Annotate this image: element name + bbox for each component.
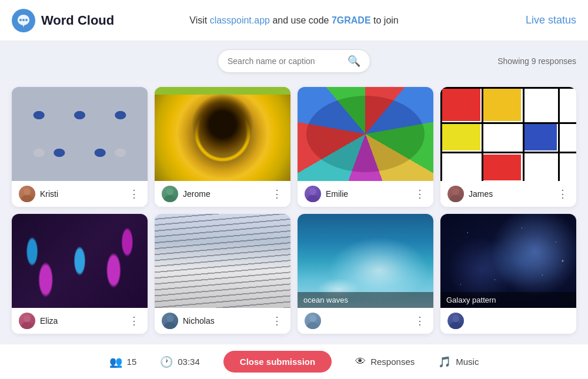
music-icon: 🎵	[438, 355, 451, 368]
music-label: Music	[456, 357, 479, 367]
image-kristi	[12, 87, 148, 181]
card-image-wrapper-eliza	[12, 214, 148, 308]
card-user-kristi: Kristi	[19, 186, 58, 202]
svg-point-7	[164, 195, 176, 202]
card-kristi: Kristi ⋮	[12, 87, 148, 207]
card-galaxy: Galaxy pattern	[440, 214, 576, 334]
svg-point-6	[166, 188, 173, 195]
username-kristi: Kristi	[40, 189, 58, 199]
bottom-toolbar: 👥 15 🕐 03:34 Close submission 👁 Response…	[0, 344, 588, 379]
username-jerome: Jerome	[183, 189, 211, 199]
search-container: 🔍	[218, 49, 370, 73]
live-status-button[interactable]: Live status	[459, 14, 576, 26]
card-footer-nicholas: Nicholas ⋮	[155, 308, 290, 334]
more-button-emilie[interactable]: ⋮	[413, 189, 426, 199]
svg-point-2	[22, 19, 25, 21]
card-image-wrapper-nina: ocean waves	[298, 214, 433, 308]
card-footer-jerome: Jerome ⋮	[155, 181, 290, 207]
timer-icon: 🕐	[160, 355, 173, 368]
more-button-kristi[interactable]: ⋮	[128, 189, 141, 199]
card-eliza: Eliza ⋮	[12, 214, 148, 334]
svg-point-11	[450, 195, 462, 202]
responses-icon: 👁	[355, 355, 366, 368]
music-item[interactable]: 🎵 Music	[438, 355, 479, 368]
search-input[interactable]	[228, 56, 343, 66]
responses-item[interactable]: 👁 Responses	[355, 355, 415, 368]
card-footer-kristi: Kristi ⋮	[12, 181, 148, 207]
username-eliza: Eliza	[40, 316, 58, 326]
response-count: Showing 9 responses	[497, 56, 576, 66]
app-title: Word Cloud	[41, 13, 114, 28]
card-image-wrapper-nicholas	[155, 214, 290, 308]
timer-item: 🕐 03:34	[160, 355, 200, 368]
card-user-nina	[305, 313, 326, 329]
card-image-wrapper-emilie	[298, 87, 433, 181]
card-user-galaxy	[447, 313, 464, 329]
card-nicholas: Nicholas ⋮	[155, 214, 290, 334]
avatar-emilie	[305, 186, 321, 202]
app-header: Word Cloud Visit classpoint.app and use …	[0, 0, 588, 41]
more-button-nicholas[interactable]: ⋮	[270, 316, 283, 326]
avatar-galaxy	[447, 313, 464, 329]
more-button-jerome[interactable]: ⋮	[270, 189, 283, 199]
mondrian-overlay	[440, 87, 576, 181]
svg-point-19	[450, 322, 462, 329]
more-button-james[interactable]: ⋮	[556, 189, 569, 199]
card-user-emilie: Emilie	[305, 186, 348, 202]
timer-display: 03:34	[178, 357, 200, 367]
more-button-nina[interactable]: ⋮	[413, 316, 426, 326]
svg-point-4	[24, 188, 31, 195]
card-footer-nina: ⋮	[298, 308, 433, 334]
card-jerome: Jerome ⋮	[155, 87, 290, 207]
image-james	[440, 87, 576, 181]
svg-point-1	[19, 19, 22, 21]
participant-count-item: 👥 15	[109, 355, 137, 368]
participants-icon: 👥	[109, 355, 122, 368]
svg-point-8	[309, 188, 316, 195]
svg-point-14	[166, 315, 173, 322]
avatar-nicholas	[162, 313, 178, 329]
site-link[interactable]: classpoint.app	[210, 15, 270, 25]
search-area: 🔍 Showing 9 responses	[0, 41, 588, 81]
app-logo-icon	[12, 9, 35, 32]
close-submission-button[interactable]: Close submission	[223, 351, 332, 373]
card-user-nicholas: Nicholas	[162, 313, 215, 329]
search-icon: 🔍	[348, 55, 360, 68]
svg-point-12	[24, 315, 31, 322]
svg-point-10	[452, 188, 459, 195]
image-nicholas	[155, 214, 290, 308]
card-image-wrapper-kristi	[12, 87, 148, 181]
svg-point-17	[307, 322, 319, 329]
image-emilie	[298, 87, 433, 181]
card-user-eliza: Eliza	[19, 313, 58, 329]
card-user-james: James	[447, 186, 493, 202]
responses-label: Responses	[370, 357, 415, 367]
card-footer-james: James ⋮	[440, 181, 576, 207]
image-jerome	[155, 87, 290, 181]
header-announcement: Visit classpoint.app and use code 7GRADE…	[129, 15, 459, 26]
logo-area: Word Cloud	[12, 9, 129, 32]
avatar-nina	[305, 313, 321, 329]
svg-point-16	[309, 315, 316, 322]
avatar-kristi	[19, 186, 35, 202]
svg-point-18	[452, 315, 459, 322]
svg-point-9	[307, 195, 319, 202]
svg-point-5	[21, 195, 33, 202]
caption-nina: ocean waves	[298, 292, 433, 308]
svg-point-13	[21, 322, 33, 329]
card-footer-galaxy	[440, 308, 576, 334]
card-image-wrapper-galaxy: Galaxy pattern	[440, 214, 576, 308]
card-emilie: Emilie ⋮	[298, 87, 433, 207]
card-user-jerome: Jerome	[162, 186, 211, 202]
card-footer-emilie: Emilie ⋮	[298, 181, 433, 207]
gallery-grid: Kristi ⋮ Jerome ⋮	[0, 81, 588, 344]
card-image-wrapper-jerome	[155, 87, 290, 181]
card-james: James ⋮	[440, 87, 576, 207]
avatar-eliza	[19, 313, 35, 329]
image-eliza	[12, 214, 148, 308]
svg-point-15	[164, 322, 176, 329]
card-nina: ocean waves ⋮	[298, 214, 433, 334]
username-james: James	[469, 189, 493, 199]
more-button-eliza[interactable]: ⋮	[128, 316, 141, 326]
participant-count: 15	[127, 357, 137, 367]
